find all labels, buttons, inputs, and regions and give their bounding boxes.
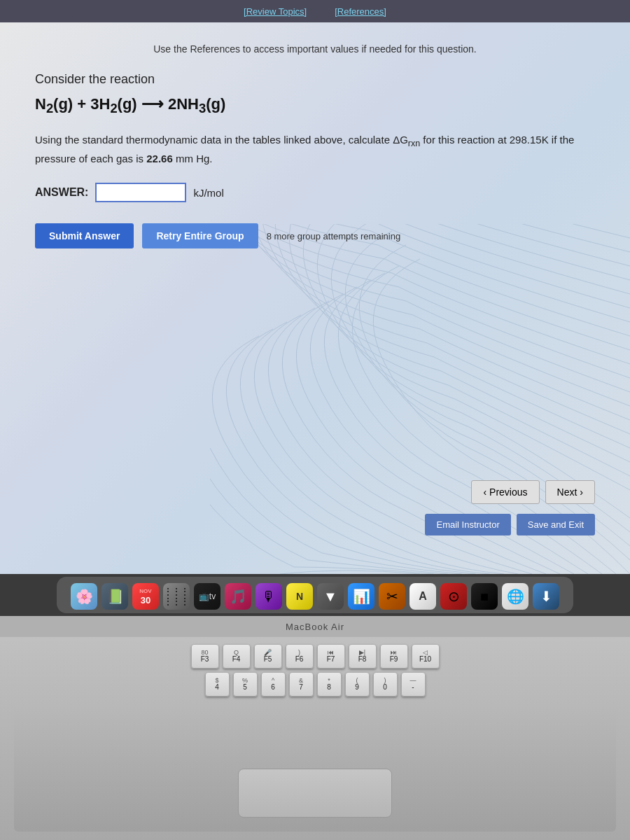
bottom-navigation: ‹ Previous Next ›: [471, 480, 595, 504]
chevron-left-icon: ‹: [483, 486, 486, 498]
dock-tv[interactable]: 📺tv: [194, 583, 220, 610]
keyboard-body: [14, 706, 616, 832]
key-f9[interactable]: ⏭ F9: [380, 644, 408, 668]
key-asterisk[interactable]: * 8: [317, 672, 342, 696]
answer-input[interactable]: [95, 183, 186, 202]
unit-label: kJ/mol: [193, 187, 223, 199]
dock-calendar[interactable]: NOV30: [132, 583, 159, 610]
bottom-action-bar: Email Instructor Save and Exit: [425, 514, 595, 536]
previous-label: Previous: [489, 486, 527, 498]
attempts-text: 8 more group attempts remaining: [267, 231, 400, 241]
macbook-label-text: MacBook Air: [286, 622, 344, 632]
email-instructor-button[interactable]: Email Instructor: [425, 514, 510, 536]
dock-podcasts[interactable]: 🎙: [255, 583, 282, 610]
dock-chrome[interactable]: 🌐: [502, 583, 528, 610]
key-dollar[interactable]: $ 4: [205, 672, 230, 696]
keyboard-number-row: $ 4 % 5 ^ 6 & 7 * 8 ( 9 ) 0 — -: [14, 672, 616, 696]
save-exit-button[interactable]: Save and Exit: [517, 514, 595, 536]
top-toolbar: [Review Topics] [References]: [0, 0, 630, 22]
key-ampersand[interactable]: & 7: [289, 672, 314, 696]
answer-row: ANSWER: kJ/mol: [35, 183, 595, 202]
dock-notes[interactable]: 📗: [102, 583, 128, 610]
references-link[interactable]: [References]: [335, 6, 386, 17]
instruction-text: Use the References to access important v…: [35, 43, 595, 55]
main-screen: .spiral-line { fill: none; stroke: #6688…: [0, 0, 630, 574]
key-f10[interactable]: ◁ F10: [412, 644, 440, 668]
key-close-paren[interactable]: ) 0: [373, 672, 398, 696]
dock-target[interactable]: ⊙: [440, 583, 467, 610]
dock-edit[interactable]: ✂: [379, 583, 405, 610]
dock-music[interactable]: 🎵: [225, 583, 251, 610]
dock-download[interactable]: ▼: [317, 583, 344, 610]
dock-stats[interactable]: 📊: [348, 583, 374, 610]
trackpad[interactable]: [238, 769, 392, 818]
key-minus[interactable]: — -: [401, 672, 426, 696]
dock-finder[interactable]: 🌸: [71, 583, 97, 610]
next-label: Next: [557, 486, 578, 498]
dock: 🌸 📗 NOV30 ⋮⋮⋮⋮⋮⋮ 📺tv 🎵 🎙 N ▼ 📊 ✂ A ⊙ ■ 🌐…: [57, 577, 573, 613]
button-row: Submit Answer Retry Entire Group 8 more …: [35, 223, 595, 248]
next-button[interactable]: Next ›: [545, 480, 595, 504]
content-area: Use the References to access important v…: [0, 22, 630, 276]
mac-dock-area: 🌸 📗 NOV30 ⋮⋮⋮⋮⋮⋮ 📺tv 🎵 🎙 N ▼ 📊 ✂ A ⊙ ■ 🌐…: [0, 574, 630, 616]
dock-arrow[interactable]: ⬇: [533, 583, 559, 610]
dock-square[interactable]: ■: [471, 583, 498, 610]
retry-button[interactable]: Retry Entire Group: [142, 223, 258, 248]
keyboard-area: 80 F3 Q F4 🎤 F5 ) F6 ⏮ F7 ▶| F8 ⏭ F9 ◁: [0, 637, 630, 840]
key-f5[interactable]: 🎤 F5: [254, 644, 282, 668]
key-percent[interactable]: % 5: [233, 672, 258, 696]
chevron-right-icon: ›: [580, 486, 583, 498]
key-f3[interactable]: 80 F3: [191, 644, 219, 668]
dock-font[interactable]: A: [410, 583, 436, 610]
key-caret[interactable]: ^ 6: [261, 672, 286, 696]
question-description: Using the standard thermodynamic data in…: [35, 132, 595, 167]
key-f8[interactable]: ▶| F8: [349, 644, 377, 668]
previous-button[interactable]: ‹ Previous: [471, 480, 539, 504]
key-open-paren[interactable]: ( 9: [345, 672, 370, 696]
reaction-equation: N2(g) + 3H2(g) ⟶ 2NH3(g): [35, 95, 595, 116]
section-title: Consider the reaction: [35, 72, 595, 87]
review-topics-link[interactable]: [Review Topics]: [244, 6, 307, 17]
dock-launchpad[interactable]: ⋮⋮⋮⋮⋮⋮: [163, 583, 190, 610]
key-f7[interactable]: ⏮ F7: [317, 644, 345, 668]
dock-notes-app[interactable]: N: [286, 583, 313, 610]
key-f4[interactable]: Q F4: [223, 644, 251, 668]
keyboard-fn-row: 80 F3 Q F4 🎤 F5 ) F6 ⏮ F7 ▶| F8 ⏭ F9 ◁: [14, 644, 616, 668]
answer-label: ANSWER:: [35, 186, 88, 199]
submit-button[interactable]: Submit Answer: [35, 223, 134, 248]
key-f6[interactable]: ) F6: [286, 644, 314, 668]
macbook-label: MacBook Air: [0, 616, 630, 637]
